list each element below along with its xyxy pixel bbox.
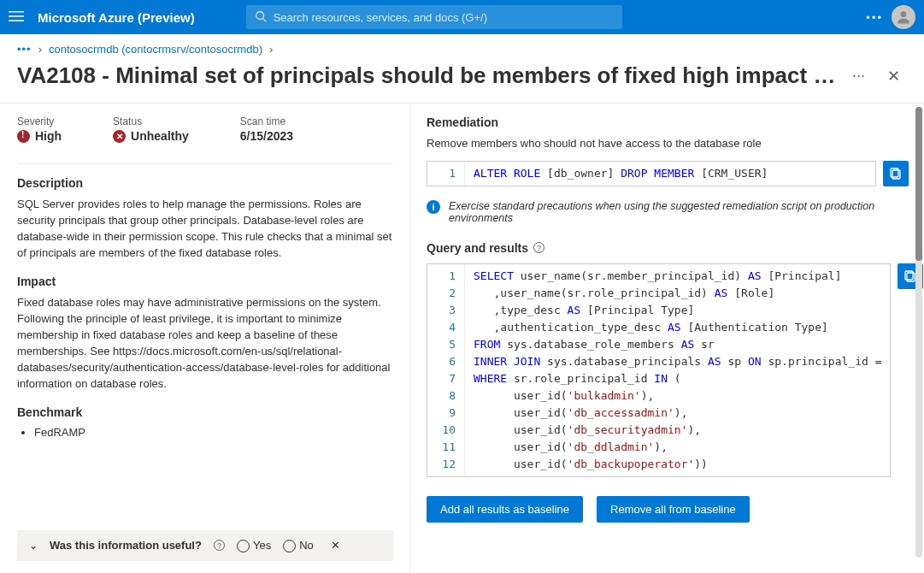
global-search[interactable]: [246, 5, 622, 29]
status-value: Unhealthy: [131, 129, 189, 143]
svg-line-4: [262, 18, 266, 21]
copy-button[interactable]: [883, 161, 909, 186]
query-code: 123 456 789 101112 SELECT user_name(sr.m…: [427, 263, 891, 477]
impact-header: Impact: [17, 275, 393, 288]
feedback-no[interactable]: No: [283, 539, 314, 552]
close-icon[interactable]: ✕: [880, 63, 907, 89]
search-icon: [255, 10, 267, 25]
page-more-icon[interactable]: ···: [847, 63, 870, 88]
chevron-right-icon: ›: [269, 43, 273, 56]
feedback-close-icon[interactable]: ✕: [331, 539, 340, 552]
right-panel: Remediation Remove members who should no…: [410, 103, 924, 573]
description-header: Description: [17, 176, 393, 190]
remove-baseline-button[interactable]: Remove all from baseline: [597, 496, 750, 523]
remediation-subtext: Remove members who should not have acces…: [427, 136, 909, 152]
benchmark-item: FedRAMP: [34, 426, 393, 439]
breadcrumb-link[interactable]: contosocrmdb (contocrmsrv/contosocrmdb): [49, 43, 262, 56]
scantime-stat: Scan time 6/15/2023: [240, 115, 293, 143]
query-gutter: 123 456 789 101112: [427, 264, 465, 476]
severity-stat: Severity High: [17, 115, 62, 143]
feedback-yes[interactable]: Yes: [237, 539, 271, 552]
breadcrumb-overflow-icon[interactable]: •••: [17, 43, 32, 56]
search-input[interactable]: [274, 11, 614, 24]
status-label: Status: [113, 115, 189, 127]
severity-label: Severity: [17, 115, 62, 127]
query-header: Query and results: [427, 241, 528, 255]
hamburger-icon[interactable]: [9, 9, 29, 27]
main-content: Severity High Status ✕ Unhealthy Scan ti…: [0, 103, 924, 573]
benchmark-header: Benchmark: [17, 405, 393, 419]
azure-topbar: Microsoft Azure (Preview) •••: [0, 0, 924, 34]
status-unhealthy-icon: ✕: [113, 130, 126, 143]
query-code-row: 123 456 789 101112 SELECT user_name(sr.m…: [427, 263, 909, 484]
page-title: VA2108 - Minimal set of principals shoul…: [17, 62, 837, 89]
topbar-more-icon[interactable]: •••: [866, 11, 883, 24]
severity-value: High: [35, 129, 62, 143]
chevron-right-icon: ›: [38, 43, 42, 56]
left-panel: Severity High Status ✕ Unhealthy Scan ti…: [0, 103, 410, 573]
severity-high-icon: [17, 130, 30, 143]
status-stat: Status ✕ Unhealthy: [113, 115, 189, 143]
remediation-code: 1 ALTER ROLE [db_owner] DROP MEMBER [CRM…: [427, 161, 876, 186]
svg-point-5: [901, 11, 907, 17]
info-icon: i: [427, 200, 440, 214]
help-icon[interactable]: ?: [214, 540, 225, 551]
add-baseline-button[interactable]: Add all results as baseline: [427, 496, 583, 523]
svg-rect-0: [9, 11, 24, 13]
scantime-value: 6/15/2023: [240, 129, 293, 143]
chevron-down-icon[interactable]: ⌄: [29, 540, 38, 552]
remediation-warning-text: Exercise standard precautions when using…: [449, 200, 909, 224]
scrollbar-thumb[interactable]: [915, 107, 922, 261]
remediation-header: Remediation: [427, 115, 909, 129]
remediation-warning: i Exercise standard precautions when usi…: [427, 200, 909, 224]
query-code-body: SELECT user_name(sr.member_principal_id)…: [465, 264, 890, 476]
description-text: SQL Server provides roles to help manage…: [17, 197, 393, 261]
divider: [17, 163, 393, 164]
baseline-buttons: Add all results as baseline Remove all f…: [427, 496, 909, 523]
scantime-label: Scan time: [240, 115, 293, 127]
remediation-code-line: ALTER ROLE [db_owner] DROP MEMBER [CRM_U…: [465, 162, 875, 186]
remediation-code-row: 1 ALTER ROLE [db_owner] DROP MEMBER [CRM…: [427, 161, 909, 193]
line-number: 1: [434, 165, 456, 182]
stats-row: Severity High Status ✕ Unhealthy Scan ti…: [17, 115, 393, 143]
feedback-question: Was this information useful?: [50, 539, 202, 552]
svg-point-3: [256, 11, 263, 19]
page-header: VA2108 - Minimal set of principals shoul…: [0, 61, 924, 103]
brand-label: Microsoft Azure (Preview): [38, 10, 195, 25]
breadcrumb: ••• › contosocrmdb (contocrmsrv/contosoc…: [0, 34, 924, 61]
svg-rect-2: [9, 20, 24, 21]
avatar[interactable]: [892, 5, 915, 29]
help-icon[interactable]: ?: [533, 242, 544, 253]
benchmark-list: FedRAMP: [17, 426, 393, 439]
svg-rect-1: [9, 15, 24, 17]
impact-text: Fixed database roles may have administra…: [17, 295, 393, 392]
feedback-bar: ⌄ Was this information useful? ? Yes No …: [17, 530, 393, 561]
